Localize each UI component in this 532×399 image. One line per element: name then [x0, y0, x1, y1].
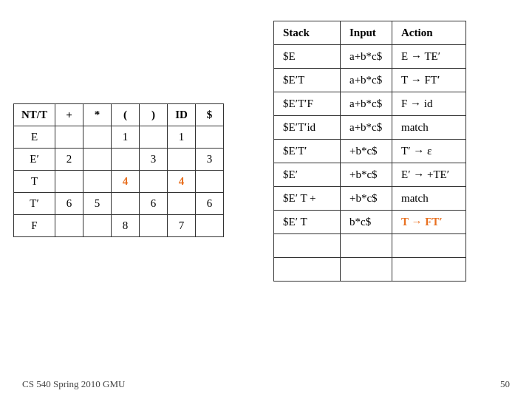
input-cell: a+b*c$: [341, 92, 392, 116]
dollar-cell: [196, 171, 224, 193]
col-header-dollar: $: [196, 104, 224, 126]
nt-cell: E: [14, 126, 55, 149]
table-row: $E′T′ +b*c$ T′ → ε: [274, 140, 466, 163]
table-row: $E′T a+b*c$ T → FT′: [274, 69, 466, 92]
plus-cell: [55, 126, 83, 149]
table-row-empty: [274, 258, 466, 282]
table-row: $E′T′id a+b*c$ match: [274, 116, 466, 140]
rparen-cell: 3: [140, 149, 168, 171]
dollar-cell: 3: [196, 149, 224, 171]
col-header-input: Input: [341, 21, 392, 45]
input-cell: a+b*c$: [341, 45, 392, 69]
table-row: $E′ T b*c$ T → FT′: [274, 211, 466, 234]
rparen-cell: 6: [140, 193, 168, 215]
stack-cell-empty: [274, 234, 341, 258]
id-cell: [168, 193, 196, 215]
input-cell-empty: [341, 234, 392, 258]
input-cell-empty: [341, 258, 392, 282]
table-row: $E′T′F a+b*c$ F → id: [274, 92, 466, 116]
star-cell: 5: [83, 193, 112, 215]
stack-cell: $E′T: [274, 69, 341, 92]
dollar-cell: [196, 215, 224, 237]
rparen-cell: [140, 171, 168, 193]
lparen-cell: 8: [112, 215, 140, 237]
star-cell: [83, 149, 112, 171]
rparen-cell: [140, 126, 168, 149]
table-row: F 8 7: [14, 215, 224, 237]
table-row: $E′ +b*c$ E′ → +TE′: [274, 163, 466, 187]
id-cell: 4: [168, 171, 196, 193]
lparen-cell: [112, 149, 140, 171]
nt-cell: F: [14, 215, 55, 237]
table-row: T 4 4: [14, 171, 224, 193]
stack-cell-empty: [274, 258, 341, 282]
table-row: T′ 6 5 6 6: [14, 193, 224, 215]
plus-cell: [55, 171, 83, 193]
id-cell: 1: [168, 126, 196, 149]
nt-cell: T′: [14, 193, 55, 215]
input-cell: +b*c$: [341, 163, 392, 187]
table-row: E′ 2 3 3: [14, 149, 224, 171]
table-row: $E a+b*c$ E → TE′: [274, 45, 466, 69]
plus-cell: 2: [55, 149, 83, 171]
stack-cell: $E′T′id: [274, 116, 341, 140]
stack-cell: $E′: [274, 163, 341, 187]
input-cell: a+b*c$: [341, 116, 392, 140]
star-cell: [83, 126, 112, 149]
action-cell: T → FT′: [392, 211, 466, 234]
left-parse-table: NT/T + * ( ) ID $ E 1 1 E′ 2 3 3 T: [13, 103, 224, 237]
col-header-lparen: (: [112, 104, 140, 126]
action-cell: match: [392, 116, 466, 140]
col-header-stack: Stack: [274, 21, 341, 45]
stack-cell: $E′ T: [274, 211, 341, 234]
input-cell: +b*c$: [341, 140, 392, 163]
dollar-cell: [196, 126, 224, 149]
star-cell: [83, 215, 112, 237]
action-cell-empty: [392, 234, 466, 258]
lparen-cell: 4: [112, 171, 140, 193]
input-cell: a+b*c$: [341, 69, 392, 92]
table-row-empty: [274, 234, 466, 258]
star-cell: [83, 171, 112, 193]
table-row: $E′ T + +b*c$ match: [274, 187, 466, 211]
action-cell: F → id: [392, 92, 466, 116]
nt-cell: E′: [14, 149, 55, 171]
action-cell-empty: [392, 258, 466, 282]
stack-cell: $E′ T +: [274, 187, 341, 211]
id-cell: [168, 149, 196, 171]
action-cell: E′ → +TE′: [392, 163, 466, 187]
col-header-plus: +: [55, 104, 83, 126]
footer: CS 540 Spring 2010 GMU 50: [0, 378, 532, 390]
action-cell: E → TE′: [392, 45, 466, 69]
col-header-id: ID: [168, 104, 196, 126]
dollar-cell: 6: [196, 193, 224, 215]
stack-cell: $E′T′F: [274, 92, 341, 116]
plus-cell: 6: [55, 193, 83, 215]
table-row: E 1 1: [14, 126, 224, 149]
input-cell: b*c$: [341, 211, 392, 234]
col-header-rparen: ): [140, 104, 168, 126]
id-cell: 7: [168, 215, 196, 237]
rparen-cell: [140, 215, 168, 237]
action-cell: T → FT′: [392, 69, 466, 92]
action-cell: match: [392, 187, 466, 211]
input-cell: +b*c$: [341, 187, 392, 211]
plus-cell: [55, 215, 83, 237]
col-header-star: *: [83, 104, 112, 126]
footer-right: 50: [500, 378, 510, 390]
lparen-cell: [112, 193, 140, 215]
action-cell: T′ → ε: [392, 140, 466, 163]
col-header-nt: NT/T: [14, 104, 55, 126]
stack-cell: $E′T′: [274, 140, 341, 163]
nt-cell: T: [14, 171, 55, 193]
col-header-action: Action: [392, 21, 466, 45]
right-parse-table: Stack Input Action $E a+b*c$ E → TE′ $E′…: [273, 21, 466, 282]
stack-cell: $E: [274, 45, 341, 69]
footer-left: CS 540 Spring 2010 GMU: [22, 378, 125, 390]
lparen-cell: 1: [112, 126, 140, 149]
